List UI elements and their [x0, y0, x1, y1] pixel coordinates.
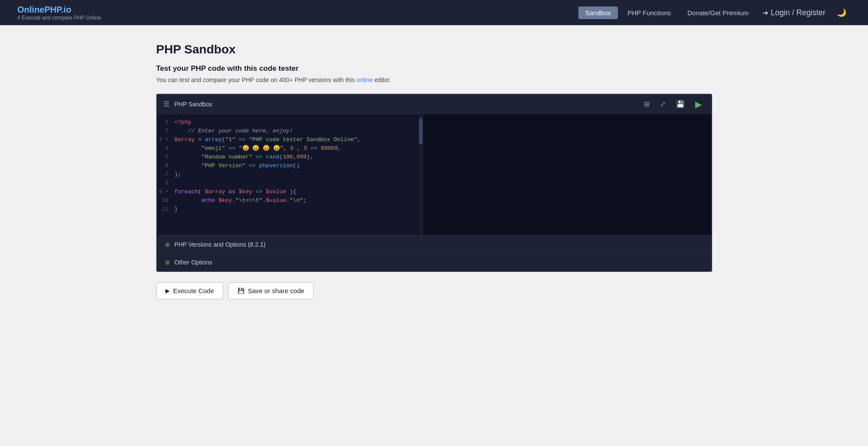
- editor-toolbar: ⊞ ⤢ 💾 ▶: [640, 97, 705, 111]
- logo: OnlinePHP.io # Execute and compare PHP O…: [17, 5, 578, 21]
- page-desc: You can test and compare your PHP code o…: [156, 76, 712, 83]
- editor-container: ☰ PHP Sandbox ⊞ ⤢ 💾 ▶: [156, 94, 712, 272]
- editor-run-btn[interactable]: ▶: [692, 97, 705, 111]
- code-line-4: 4 "emoji" => "😀 😀 😀 😀", 5 , 5 => 89009,: [157, 144, 422, 153]
- nav-links: Sandbox PHP Functions Donate/Get Premium…: [578, 5, 851, 20]
- other-options-icon: ⊕: [165, 259, 170, 266]
- save-label: Save or share code: [248, 287, 304, 294]
- split-icon: ⊞: [644, 100, 650, 108]
- editor-scrollbar-thumb[interactable]: [419, 118, 422, 144]
- code-line-11: 11 }: [157, 205, 422, 214]
- main-content: PHP Sandbox Test your PHP code with this…: [130, 25, 738, 317]
- output-panel: [423, 114, 711, 235]
- code-line-5: 5 "Random number" => rand(100,999),: [157, 153, 422, 162]
- logo-text-main: OnlinePHP: [17, 5, 61, 14]
- editor-split-btn[interactable]: ⊞: [640, 98, 653, 110]
- nav-php-functions[interactable]: PHP Functions: [620, 7, 678, 19]
- nav-sandbox[interactable]: Sandbox: [578, 7, 618, 19]
- nav-login-btn[interactable]: ➜ Login / Register: [758, 6, 830, 20]
- save-icon: 💾: [238, 287, 244, 294]
- logo-title: OnlinePHP.io: [17, 5, 578, 15]
- code-line-3: 3 • $array = array("1" => "PHP code test…: [157, 135, 422, 144]
- save-button[interactable]: 💾 Save or share code: [228, 282, 314, 299]
- editor-expand-btn[interactable]: ⤢: [657, 98, 669, 110]
- logo-text-suffix: .io: [61, 5, 71, 14]
- editor-body: 1 <?php 2 // Enter your code here, enjoy…: [157, 114, 711, 235]
- desc-link[interactable]: online: [356, 76, 373, 83]
- code-line-9: 9 • foreach( $array as $key => $value ){: [157, 188, 422, 196]
- desc-prefix: You can test and compare your PHP code o…: [156, 76, 357, 83]
- navbar: OnlinePHP.io # Execute and compare PHP O…: [0, 0, 868, 25]
- other-options-label: Other Options: [175, 259, 212, 266]
- code-line-6: 6 "PHP Version" => phpversion(): [157, 162, 422, 170]
- php-versions-bar[interactable]: ⊕ PHP Versions and Options (8.2.1): [157, 235, 711, 253]
- bottom-buttons: ▶ Execute Code 💾 Save or share code: [156, 282, 712, 299]
- execute-button[interactable]: ▶ Execute Code: [156, 282, 223, 299]
- run-icon: ▶: [695, 99, 702, 109]
- php-versions-icon: ⊕: [165, 241, 170, 248]
- page-title: PHP Sandbox: [156, 43, 712, 56]
- php-versions-label: PHP Versions and Options (8.2.1): [175, 241, 266, 248]
- code-line-10: 10 echo $key."\t=>\t".$value."\n";: [157, 196, 422, 205]
- editor-menu-icon[interactable]: ☰: [163, 100, 169, 108]
- code-line-1: 1 <?php: [157, 118, 422, 127]
- code-editor[interactable]: 1 <?php 2 // Enter your code here, enjoy…: [157, 114, 423, 235]
- editor-title: PHP Sandbox: [175, 101, 640, 108]
- editor-save-btn[interactable]: 💾: [673, 98, 688, 110]
- code-line-8: 8: [157, 179, 422, 188]
- save-disk-icon: 💾: [676, 100, 685, 108]
- execute-icon: ▶: [165, 287, 170, 294]
- login-label: Login / Register: [771, 8, 825, 17]
- nav-donate[interactable]: Donate/Get Premium: [680, 7, 756, 19]
- execute-label: Execute Code: [173, 287, 214, 294]
- dark-mode-btn[interactable]: 🌙: [832, 5, 851, 20]
- dark-mode-icon: 🌙: [837, 8, 846, 17]
- page-subtitle: Test your PHP code with this code tester: [156, 64, 712, 73]
- logo-sub: # Execute and compare PHP Online: [17, 15, 578, 21]
- other-options-bar[interactable]: ⊕ Other Options: [157, 253, 711, 271]
- code-line-2: 2 // Enter your code here, enjoy!: [157, 127, 422, 135]
- login-arrow-icon: ➜: [762, 9, 768, 17]
- editor-header: ☰ PHP Sandbox ⊞ ⤢ 💾 ▶: [157, 95, 711, 114]
- desc-suffix: editor.: [373, 76, 391, 83]
- expand-icon: ⤢: [660, 100, 666, 108]
- code-line-7: 7 );: [157, 170, 422, 179]
